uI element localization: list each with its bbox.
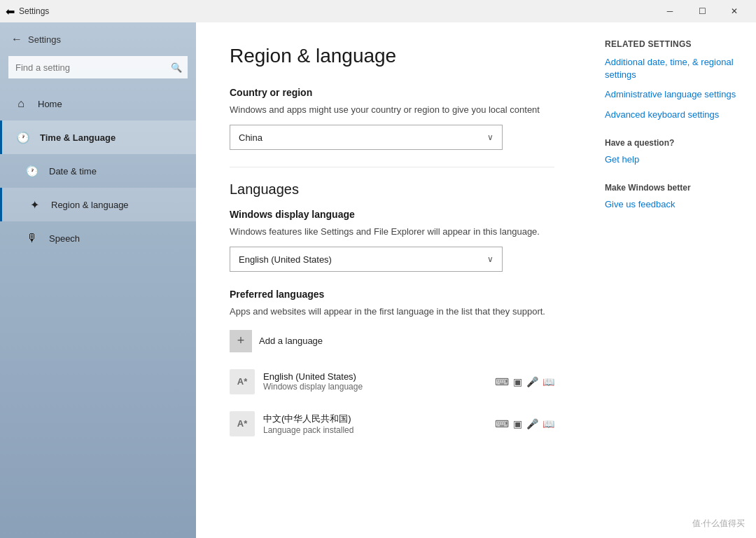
lang-name-en: English (United States): [263, 371, 495, 382]
sidebar-item-time-language[interactable]: 🕐 Time & Language: [0, 120, 196, 154]
languages-section: Languages Windows display language Windo…: [230, 181, 554, 441]
sidebar: ← Settings 🔍 ⌂ Home 🕐 Time & Language 🕐 …: [0, 22, 196, 538]
right-panel: Related settings Additional date, time, …: [588, 22, 756, 538]
back-label: Settings: [28, 34, 61, 45]
make-better-section: Make Windows better Give us feedback: [605, 183, 739, 211]
lang-info-en: English (United States) Windows display …: [263, 371, 495, 392]
lang-book-icon-zh: 📖: [542, 418, 554, 429]
get-help-link[interactable]: Get help: [605, 153, 739, 166]
lang-mic-icon: 🎤: [526, 376, 538, 387]
sidebar-item-label: Date & time: [49, 166, 97, 177]
sidebar-item-label: Home: [38, 99, 62, 109]
country-section-desc: Windows and apps might use your country …: [230, 104, 554, 116]
languages-title: Languages: [230, 181, 554, 198]
related-settings-title: Related settings: [605, 39, 739, 49]
lang-flag-zh: A*: [230, 411, 255, 436]
lang-name-zh: 中文(中华人民共和国): [263, 413, 495, 425]
preferred-languages-desc: Apps and websites will appear in the fir…: [230, 305, 554, 318]
display-lang-arrow-icon: ∨: [487, 254, 493, 264]
back-icon: ←: [11, 33, 22, 46]
sidebar-item-speech[interactable]: 🎙 Speech: [0, 221, 196, 255]
preferred-languages: Preferred languages Apps and websites wi…: [230, 289, 554, 441]
language-item-en-us[interactable]: A* English (United States) Windows displ…: [230, 364, 554, 400]
language-item-zh-cn[interactable]: A* 中文(中华人民共和国) Language pack installed ⌨…: [230, 406, 554, 442]
sidebar-item-home[interactable]: ⌂ Home: [0, 87, 196, 120]
sidebar-item-date-time[interactable]: 🕐 Date & time: [0, 154, 196, 188]
speech-icon: 🎙: [22, 232, 42, 244]
region-language-icon: ✦: [24, 198, 44, 212]
lang-action-icons-en: ⌨ ▣ 🎤 📖: [495, 376, 554, 387]
sidebar-item-label: Speech: [49, 233, 80, 244]
lang-sub-en: Windows display language: [263, 382, 495, 392]
sidebar-item-label: Region & language: [51, 200, 129, 210]
lang-flag-en: A*: [230, 369, 255, 394]
lang-window-icon-zh: ▣: [513, 418, 522, 429]
close-button[interactable]: ✕: [718, 0, 750, 22]
section-divider: [230, 167, 554, 167]
display-language-dropdown[interactable]: English (United States) ∨: [230, 247, 503, 272]
time-language-icon: 🕐: [13, 131, 33, 144]
link-admin-lang[interactable]: Administrative language settings: [605, 88, 739, 101]
country-section-title: Country or region: [230, 87, 554, 98]
lang-action-icons-zh: ⌨ ▣ 🎤 📖: [495, 418, 554, 429]
add-language-label: Add a language: [259, 336, 323, 346]
back-button[interactable]: ← Settings: [0, 22, 196, 56]
main-content: Region & language Country or region Wind…: [196, 22, 588, 538]
page-title: Region & language: [230, 45, 554, 67]
lang-sub-zh: Language pack installed: [263, 425, 495, 435]
display-language-label: Windows display language: [230, 209, 554, 220]
restore-button[interactable]: ☐: [686, 0, 718, 22]
sidebar-nav: ⌂ Home 🕐 Time & Language 🕐 Date & time ✦…: [0, 87, 196, 538]
titlebar: ⬅ Settings ─ ☐ ✕: [0, 0, 756, 22]
minimize-button[interactable]: ─: [654, 0, 686, 22]
dropdown-arrow-icon: ∨: [487, 132, 493, 142]
date-time-icon: 🕐: [22, 165, 42, 178]
lang-book-icon: 📖: [542, 376, 554, 387]
lang-keyboard-icon: ⌨: [495, 376, 509, 387]
question-title: Have a question?: [605, 138, 739, 148]
country-dropdown[interactable]: China ∨: [230, 125, 503, 150]
titlebar-title: Settings: [19, 6, 654, 16]
add-lang-icon: +: [230, 330, 252, 352]
search-container: 🔍: [8, 56, 188, 78]
link-keyboard[interactable]: Advanced keyboard settings: [605, 109, 739, 121]
lang-info-zh: 中文(中华人民共和国) Language pack installed: [263, 413, 495, 435]
titlebar-back-icon: ⬅: [6, 5, 15, 18]
give-feedback-link[interactable]: Give us feedback: [605, 198, 739, 211]
titlebar-controls: ─ ☐ ✕: [654, 0, 750, 22]
country-value: China: [239, 132, 262, 143]
lang-window-icon: ▣: [513, 376, 522, 387]
home-icon: ⌂: [11, 97, 31, 110]
preferred-languages-label: Preferred languages: [230, 289, 554, 300]
search-icon: 🔍: [171, 62, 182, 73]
lang-mic-icon-zh: 🎤: [526, 418, 538, 429]
search-input[interactable]: [8, 56, 188, 78]
sidebar-item-region-language[interactable]: ✦ Region & language: [0, 188, 196, 221]
app-container: ← Settings 🔍 ⌂ Home 🕐 Time & Language 🕐 …: [0, 22, 756, 538]
sidebar-item-label: Time & Language: [40, 132, 115, 143]
add-language-button[interactable]: + Add a language: [230, 327, 554, 355]
add-icon: +: [237, 333, 245, 348]
link-date-time-regional[interactable]: Additional date, time, & regional settin…: [605, 56, 739, 81]
have-question-section: Have a question? Get help: [605, 138, 739, 166]
display-language-desc: Windows features like Settings and File …: [230, 226, 554, 238]
feedback-title: Make Windows better: [605, 183, 739, 193]
country-region-section: Country or region Windows and apps might…: [230, 87, 554, 150]
lang-keyboard-icon-zh: ⌨: [495, 418, 509, 429]
display-language-value: English (United States): [239, 254, 332, 265]
